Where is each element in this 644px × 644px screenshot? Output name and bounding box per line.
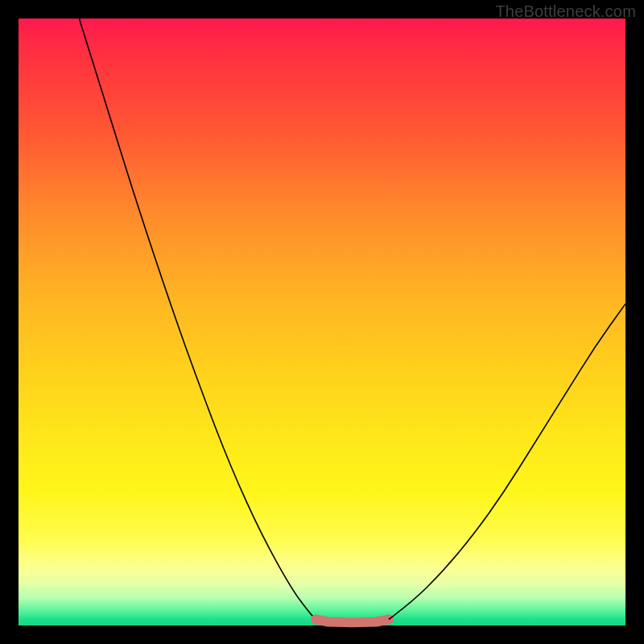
flat-left-dot — [312, 615, 321, 625]
plot-area — [19, 19, 625, 625]
right-branch-path — [389, 303, 625, 619]
chart-frame: TheBottleneck.com — [0, 0, 644, 644]
watermark-text: TheBottleneck.com — [495, 2, 636, 21]
left-branch-path — [79, 19, 316, 620]
curve-layer — [19, 19, 625, 625]
flat-minimum-path — [316, 620, 389, 623]
